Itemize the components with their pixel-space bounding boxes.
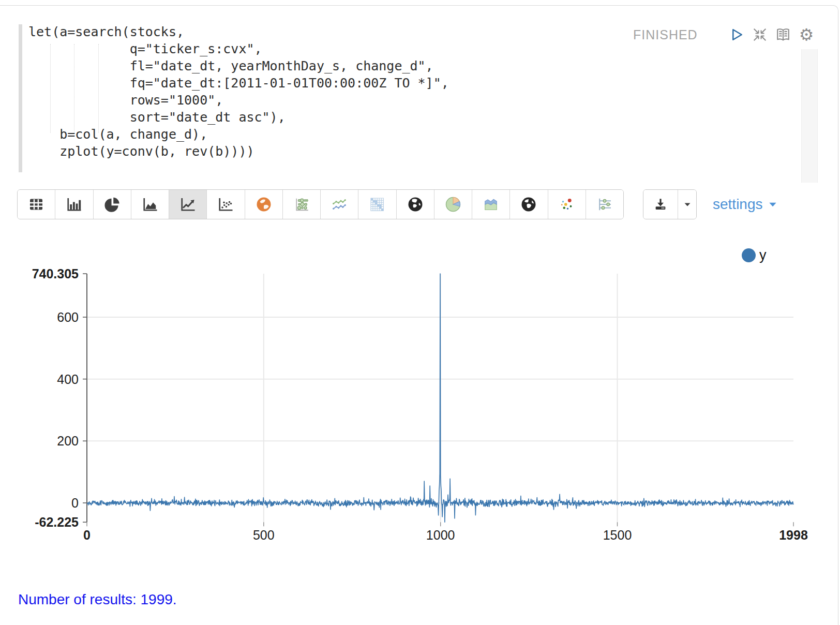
chart-type-bubble-matrix-button[interactable] <box>282 190 320 219</box>
download-button-group <box>643 189 697 219</box>
code-text[interactable]: let(a=search(stocks, q="ticker_s:cvx", f… <box>28 23 449 160</box>
line-chart-canvas: 740.3056004002000-62.2250500100015001998 <box>0 228 840 564</box>
y-axis-tick-label: 400 <box>57 372 79 386</box>
editor-gutter <box>19 24 22 172</box>
y-axis-tick-label: 0 <box>71 496 79 510</box>
download-options-caret-button[interactable] <box>678 190 696 219</box>
caret-down-icon <box>681 198 694 211</box>
chart-type-scatter-color-button[interactable] <box>548 190 586 219</box>
chart-type-table-button[interactable] <box>18 190 55 219</box>
chart-type-toolbar <box>17 189 624 219</box>
chart-type-range-slider-button[interactable] <box>586 190 623 219</box>
settings-link[interactable]: settings <box>713 189 778 219</box>
chart-type-multi-line-chart-button[interactable] <box>320 190 358 219</box>
x-axis-tick-label: 0 <box>83 528 91 542</box>
multi-line-chart-icon <box>330 195 349 214</box>
settings-label: settings <box>713 196 763 213</box>
chart-type-scatter-plot-button[interactable] <box>206 190 244 219</box>
code-line: b=col(a, change_d), <box>28 126 449 143</box>
scatter-color-icon <box>558 195 576 214</box>
line-chart-icon <box>178 195 197 214</box>
results-count: Number of results: 1999. <box>18 591 177 608</box>
x-axis-tick-label: 1000 <box>426 528 455 542</box>
pie-pastel-icon <box>444 195 462 214</box>
y-axis-tick-label: -62.225 <box>35 515 79 529</box>
book-icon <box>774 25 792 44</box>
code-line: rows="1000", <box>28 92 449 109</box>
x-axis-tick-label: 1500 <box>603 528 632 542</box>
code-line: zplot(y=conv(b, rev(b)))) <box>28 143 449 160</box>
paragraph-settings-button[interactable]: ⚙ <box>796 24 817 45</box>
run-button[interactable] <box>726 24 747 45</box>
chart-type-bar-chart-button[interactable] <box>55 190 93 219</box>
globe-black-icon <box>406 195 425 214</box>
globe-orange-icon <box>254 195 273 214</box>
code-line: sort="date_dt asc"), <box>28 109 449 126</box>
chart-type-pie-chart-button[interactable] <box>93 190 131 219</box>
chart-type-map-globe-2-button[interactable] <box>509 190 547 219</box>
compress-icon <box>751 26 769 43</box>
bubble-matrix-icon <box>292 195 311 214</box>
y-axis-tick-label: 600 <box>57 310 79 324</box>
show-editor-button[interactable] <box>773 24 793 45</box>
paragraph-status: FINISHED <box>633 27 698 42</box>
caret-down-icon <box>768 199 778 210</box>
chart-type-area-pastel-button[interactable] <box>472 190 509 219</box>
code-line: fq="date_dt:[2011-01-01T00:00:00Z TO *]"… <box>28 75 449 92</box>
code-line: fl="date_dt, yearMonthDay_s, change_d", <box>28 57 449 75</box>
y-axis-tick-label: 740.305 <box>32 266 79 281</box>
x-axis-tick-label: 500 <box>253 528 275 542</box>
code-editor[interactable]: let(a=search(stocks, q="ticker_s:cvx", f… <box>19 23 818 174</box>
x-axis-tick-label: 1998 <box>779 528 808 542</box>
line-chart: 740.3056004002000-62.2250500100015001998 <box>0 228 840 564</box>
area-chart-icon <box>141 195 159 214</box>
scatter-plot-icon <box>216 195 235 214</box>
table-icon <box>27 195 46 214</box>
chart-type-line-chart-button[interactable] <box>169 190 206 219</box>
paragraph-actions: ⚙ <box>726 24 817 45</box>
play-icon <box>727 25 746 44</box>
shrink-editor-button[interactable] <box>749 24 770 45</box>
chart-type-area-chart-button[interactable] <box>131 190 169 219</box>
code-line: let(a=search(stocks, <box>28 23 449 40</box>
globe-black2-icon <box>519 195 538 214</box>
heatmap-icon <box>368 195 386 214</box>
levels-icon <box>595 195 614 214</box>
chart-type-pie-pastel-button[interactable] <box>434 190 472 219</box>
chart-type-map-globe-1-button[interactable] <box>396 190 434 219</box>
code-line: q="ticker_s:cvx", <box>28 40 449 57</box>
download-icon <box>652 196 669 213</box>
bar-chart-icon <box>65 195 83 214</box>
chart-type-map-globe-orange-button[interactable] <box>245 190 282 219</box>
pie-chart-icon <box>103 195 122 214</box>
y-axis-tick-label: 200 <box>57 434 79 448</box>
gear-icon: ⚙ <box>799 26 814 43</box>
editor-scrollbar[interactable] <box>801 49 818 183</box>
chart-type-heatmap-button[interactable] <box>358 190 396 219</box>
download-button[interactable] <box>643 190 678 219</box>
area-pastel-icon <box>482 195 500 214</box>
